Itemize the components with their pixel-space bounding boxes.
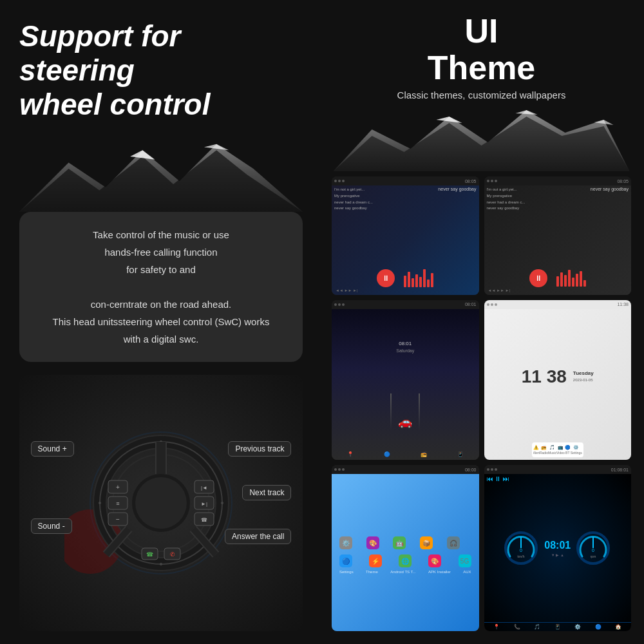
dot [334,180,337,182]
dot [342,303,345,306]
play-button-2: ⏸ [529,269,547,287]
app-apk-icon: 📦 [420,536,433,549]
dot [342,468,345,471]
prev-track-label: Previous track [228,441,291,457]
dot [495,468,497,471]
theme-grid: 08:05 I'm not a girl.yet... My prerogati… [332,176,631,631]
main-container: Support for steeringwheel control Take c… [0,0,644,644]
dot [338,303,341,306]
dot [491,180,493,182]
screen-time-5: 08:00 [465,468,477,472]
bottom-icon-video: 📺Video [556,445,565,455]
dot [491,303,493,306]
svg-text:−: − [116,516,120,523]
screen-bar-6: 01:08:01 [484,465,632,474]
svg-point-11 [160,563,162,565]
dot [342,180,345,182]
screen-time-1: 08:05 [465,179,477,184]
audio-bars-2 [556,270,586,287]
app-bluetooth-icon: 🔵 [339,554,352,567]
calendar-date: Tuesday 2023-01-05 [573,370,594,383]
bottom-icon-bt: 🔵BT [565,445,571,455]
audio-bars-1 [404,269,433,287]
dot [487,468,489,471]
dot [487,303,489,306]
dot [495,303,497,306]
right-subtitle: Classic themes, customized wallpapers [332,90,631,100]
right-title: UI Theme [332,13,631,86]
dot [334,303,337,306]
screen-bar-3: 08:01 [332,300,479,309]
bottom-icon-radio: 📻Radio [540,445,548,455]
svg-text:≡: ≡ [116,500,119,507]
app-settings-icon: ⚙️ [339,536,352,549]
road-nav-icons: 📍 🔵 📻 📱 [332,451,479,457]
mountain-right-decoration [332,107,631,171]
speedometer-right: 0 rpm [576,531,611,566]
song-title-2: never say goodbay [591,187,629,191]
svg-marker-41 [516,110,538,115]
svg-text:rpm: rpm [591,554,596,558]
ui-theme-title: UI Theme [332,13,631,86]
speedometer-left: 0 km/h [504,531,539,566]
app-icons-row1: ⚙️ 🎨 🤖 📦 🎧 [334,531,477,554]
description-text: Take control of the music or use hands-f… [53,229,270,345]
mountain-left-decoration [19,135,303,212]
dot [338,180,341,182]
svg-text:0: 0 [592,548,594,553]
song-title: never say goodbay [438,187,476,191]
dot [487,180,489,182]
theme-card-apps: 08:00 ⚙️ 🎨 🤖 📦 🎧 🔵 ⚡ 🌐 🎨 [332,465,479,631]
answer-call-label: Answer the call [225,529,291,544]
play-button-1: ⏸ [377,269,395,287]
steering-wheel-image: + ≡ − |◄ ►| ☎ ☎ ✆ Sound + Sound - Previo… [19,375,303,631]
theme-card-dashboard: 01:08:01 ⏮ ⏸ ⏭ 0 km/h [484,465,632,631]
left-panel: Support for steeringwheel control Take c… [0,0,322,644]
theme-card-music-dark2: 08:05 I'm out a girl.yet... My prerogati… [484,176,632,295]
screen-time-4: 11:38 [617,302,629,307]
app-theme-icon: 🎨 [366,536,379,549]
mini-player-2: I'm out a girl.yet... My prerogative nev… [484,185,632,295]
app-chrome-icon: 🌐 [399,554,412,567]
svg-text:0: 0 [520,548,522,553]
bottom-icon-alert: ⚠️Alert [533,445,540,455]
sound-plus-label: Sound + [31,441,74,457]
screen-bar-5: 08:00 [332,465,479,474]
screen-bar-2: 08:05 [484,176,632,185]
next-track-label: Next track [242,485,291,500]
right-panel: UI Theme Classic themes, customized wall… [322,0,644,644]
left-title: Support for steeringwheel control [19,19,303,122]
app-color-icon: 🎨 [428,554,441,567]
svg-point-13 [221,502,223,504]
svg-point-21 [135,477,187,529]
calendar-time: 11 38 [522,366,567,387]
app-android-ts-icon: 🤖 [393,536,406,549]
screen-content-6: ⏮ ⏸ ⏭ 0 km/h 08:01 ▼ ▶ ▲ [484,474,632,631]
screen-time-6: 01:08:01 [611,468,629,472]
song-list: I'm not a girl.yet... My prerogative nev… [334,187,373,211]
bottom-icon-settings: ⚙️Settings [571,445,582,455]
app-5g-icon: 5G [459,554,471,567]
description-box: Take control of the music or use hands-f… [19,212,303,362]
screen-time-3: 08:01 [465,302,477,307]
screen-bar-4: 11:38 [484,300,632,309]
svg-text:+: + [116,484,120,491]
app-aux-icon: 🎧 [447,536,460,549]
screen-content-1: I'm not a girl.yet... My prerogative nev… [332,185,479,295]
steering-wheel-bg: + ≡ − |◄ ►| ☎ ☎ ✆ Sound + Sound - Previo… [19,375,303,631]
svg-text:✆: ✆ [170,551,175,558]
dot [334,468,337,471]
theme-card-calendar: 11:38 11 38 Tuesday 2023-01-05 ⚠️Alert 📻… [484,300,632,460]
dot [495,180,497,182]
app-boot-icon: ⚡ [369,554,382,567]
dot [491,468,493,471]
sound-minus-label: Sound - [31,518,72,534]
screen-content-4: 11 38 Tuesday 2023-01-05 ⚠️Alert 📻Radio … [484,309,632,460]
dot [338,468,341,471]
screen-time-2: 08:05 [617,179,629,184]
svg-text:►|: ►| [201,501,207,507]
svg-point-12 [99,502,101,504]
bottom-icon-music: 🎵Music [548,445,556,455]
svg-text:km/h: km/h [518,554,525,558]
svg-text:☎: ☎ [146,551,153,558]
